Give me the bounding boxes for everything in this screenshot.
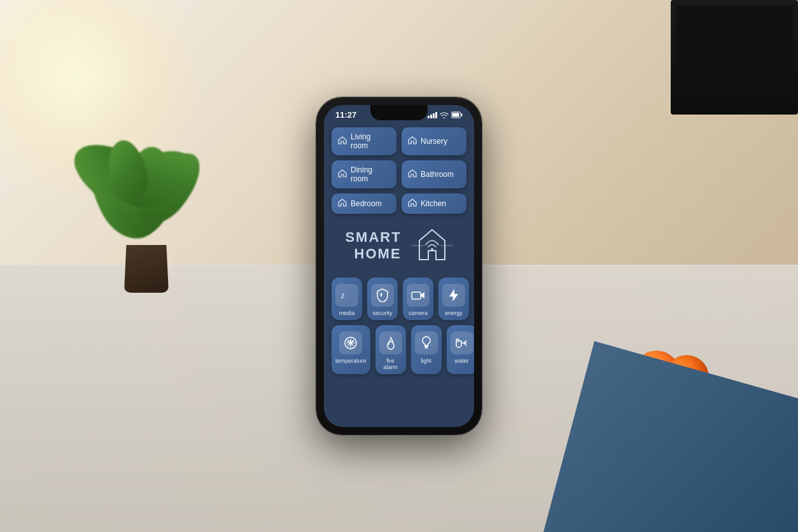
feature-btn-security[interactable]: security xyxy=(367,277,398,320)
home-icon xyxy=(408,169,417,179)
room-btn-kitchen[interactable]: Kitchen xyxy=(402,193,466,214)
feature-btn-fire-alarm[interactable]: fire alarm xyxy=(375,325,406,374)
room-label-nursery: Nursery xyxy=(421,137,447,146)
home-icon xyxy=(338,199,347,209)
phone-screen: 11:27 xyxy=(324,105,474,427)
room-btn-nursery[interactable]: Nursery xyxy=(402,127,466,155)
features-grid-1: ♪ media security xyxy=(332,277,466,320)
battery-icon xyxy=(451,111,463,118)
room-label-dining-room: Dining room xyxy=(351,165,390,183)
room-btn-bathroom[interactable]: Bathroom xyxy=(402,160,466,188)
signal-bar-2 xyxy=(430,115,432,118)
feature-btn-media[interactable]: ♪ media xyxy=(332,277,362,320)
background: 11:27 xyxy=(0,0,798,532)
smart-home-line2: HOME xyxy=(345,246,401,262)
svg-point-8 xyxy=(381,293,382,295)
phone-area: 11:27 xyxy=(0,0,798,532)
media-icon: ♪ xyxy=(335,284,358,307)
feature-label-energy: energy xyxy=(445,310,463,316)
wifi-icon xyxy=(440,111,449,118)
home-icon xyxy=(338,169,347,179)
feature-btn-camera[interactable]: camera xyxy=(403,277,433,320)
svg-point-5 xyxy=(431,248,433,251)
camera-icon xyxy=(407,284,430,307)
signal-bar-1 xyxy=(428,116,430,118)
light-icon xyxy=(415,332,438,354)
signal-bars-icon xyxy=(428,112,437,118)
feature-label-light: light xyxy=(421,358,431,364)
status-time: 11:27 xyxy=(335,110,356,120)
feature-label-camera: camera xyxy=(409,310,428,316)
room-btn-living-room[interactable]: Living room xyxy=(332,127,396,155)
feature-label-water: water xyxy=(455,358,469,364)
fire-alarm-icon xyxy=(379,332,402,354)
features-grid-2: temperature fire al xyxy=(332,325,466,374)
feature-btn-light[interactable]: light xyxy=(411,325,442,374)
room-btn-dining-room[interactable]: Dining room xyxy=(332,160,396,188)
svg-rect-16 xyxy=(424,346,428,347)
notch xyxy=(370,105,428,120)
svg-text:♪: ♪ xyxy=(340,290,346,300)
home-icon xyxy=(338,136,347,146)
phone-body: 11:27 xyxy=(316,97,482,435)
energy-icon xyxy=(442,284,465,307)
feature-label-temperature: temperature xyxy=(335,358,367,364)
phone-wrapper: 11:27 xyxy=(316,97,482,435)
home-icon xyxy=(408,136,417,146)
feature-btn-temperature[interactable]: temperature xyxy=(332,325,370,374)
room-btn-bedroom[interactable]: Bedroom xyxy=(332,193,396,214)
feature-btn-water[interactable]: water xyxy=(447,325,474,374)
security-icon xyxy=(371,284,394,307)
room-grid: Living room Nursery xyxy=(332,127,466,214)
room-label-kitchen: Kitchen xyxy=(421,199,446,208)
feature-label-security: security xyxy=(372,310,392,316)
app-content: Living room Nursery xyxy=(324,122,474,427)
room-label-bedroom: Bedroom xyxy=(351,199,382,208)
svg-rect-1 xyxy=(461,114,463,116)
feature-btn-energy[interactable]: energy xyxy=(438,277,469,320)
status-icons xyxy=(428,111,463,118)
smart-home-text: SMART HOME xyxy=(345,229,401,263)
smart-home-banner: SMART HOME xyxy=(332,219,466,272)
water-icon xyxy=(451,332,473,354)
smart-home-house-icon xyxy=(412,227,453,265)
svg-rect-2 xyxy=(452,113,459,117)
home-icon xyxy=(408,199,417,209)
feature-label-media: media xyxy=(339,310,355,316)
feature-label-fire-alarm: fire alarm xyxy=(379,358,402,370)
signal-bar-4 xyxy=(435,112,437,118)
room-label-bathroom: Bathroom xyxy=(421,170,454,179)
room-label-living-room: Living room xyxy=(351,132,390,150)
temperature-icon xyxy=(339,332,362,354)
svg-rect-9 xyxy=(412,292,421,299)
signal-bar-3 xyxy=(433,113,435,118)
smart-home-line1: SMART xyxy=(345,229,401,246)
svg-rect-17 xyxy=(424,347,428,349)
